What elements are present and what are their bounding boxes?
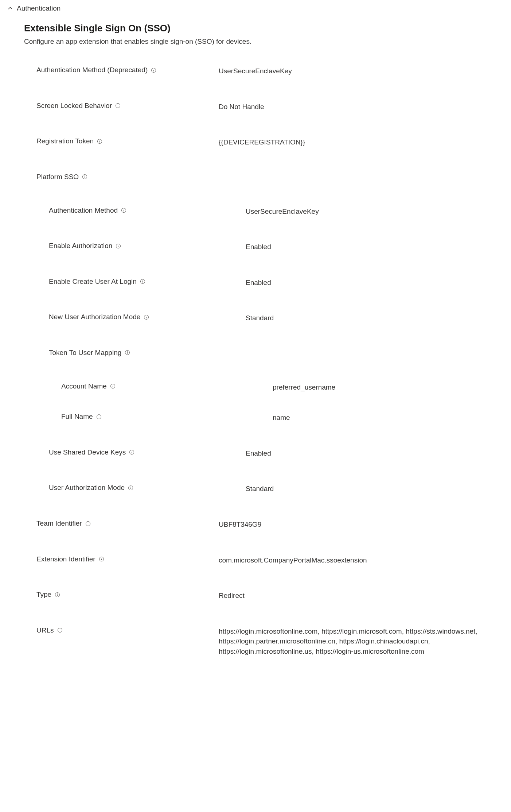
info-icon[interactable] <box>121 207 127 213</box>
field-team-identifier: Team Identifier UBF8T346G9 <box>36 519 504 530</box>
field-platform-auth-method: Authentication Method UserSecureEnclaveK… <box>49 206 504 217</box>
field-label: Extension Identifier <box>36 555 95 563</box>
field-value: Standard <box>246 484 504 494</box>
field-value: Standard <box>246 313 504 323</box>
field-label: Token To User Mapping <box>49 349 121 357</box>
svg-point-35 <box>132 451 132 451</box>
info-icon[interactable] <box>97 138 103 144</box>
field-label: Authentication Method <box>49 206 118 214</box>
field-new-user-authorization-mode: New User Authorization Mode Standard <box>49 313 504 323</box>
field-enable-create-user-at-login: Enable Create User At Login Enabled <box>49 278 504 288</box>
field-value: preferred_username <box>273 382 504 393</box>
info-icon[interactable] <box>96 414 102 420</box>
field-label: Screen Locked Behavior <box>36 102 112 110</box>
field-value: UserSecureEnclaveKey <box>219 66 503 76</box>
info-icon[interactable] <box>85 521 91 527</box>
section-content: Extensible Single Sign On (SSO) Configur… <box>7 23 504 656</box>
field-urls: URLs https://login.microsoftonline.com, … <box>36 626 504 657</box>
field-account-name: Account Name preferred_username <box>61 382 504 393</box>
info-icon[interactable] <box>54 592 61 598</box>
svg-point-47 <box>57 593 58 594</box>
field-label: User Authorization Mode <box>49 484 125 492</box>
field-value: Enabled <box>246 278 504 288</box>
field-enable-authorization: Enable Authorization Enabled <box>49 242 504 252</box>
svg-point-23 <box>146 316 147 316</box>
field-value: https://login.microsoftonline.com, https… <box>219 626 503 657</box>
field-label: Authentication Method (Deprecated) <box>36 66 148 74</box>
info-icon[interactable] <box>140 278 146 285</box>
svg-point-11 <box>85 175 85 176</box>
field-label: Enable Create User At Login <box>49 278 137 286</box>
info-icon[interactable] <box>151 67 157 73</box>
field-auth-method-deprecated: Authentication Method (Deprecated) UserS… <box>36 66 504 76</box>
field-value: Redirect <box>219 591 503 601</box>
svg-point-38 <box>130 487 131 487</box>
info-icon[interactable] <box>128 485 134 491</box>
field-use-shared-device-keys: Use Shared Device Keys Enabled <box>49 448 504 459</box>
subsection-token-to-user-mapping: Token To User Mapping <box>49 349 504 357</box>
field-label: Enable Authorization <box>49 242 112 250</box>
svg-point-44 <box>101 558 102 558</box>
field-label: Account Name <box>61 382 107 390</box>
field-user-authorization-mode: User Authorization Mode Standard <box>49 484 504 494</box>
field-value: name <box>273 413 504 423</box>
field-value: com.microsoft.CompanyPortalMac.ssoextens… <box>219 555 503 565</box>
field-value: {{DEVICEREGISTRATION}} <box>219 137 503 147</box>
info-icon[interactable] <box>57 627 63 633</box>
svg-point-8 <box>100 140 100 140</box>
svg-point-26 <box>127 351 128 352</box>
section-header-title: Authentication <box>17 4 61 12</box>
svg-point-20 <box>143 280 143 281</box>
field-screen-locked-behavior: Screen Locked Behavior Do Not Handle <box>36 102 504 112</box>
field-value: Do Not Handle <box>219 102 503 112</box>
info-icon[interactable] <box>98 556 105 562</box>
field-value: UserSecureEnclaveKey <box>246 206 504 217</box>
svg-point-41 <box>88 522 88 522</box>
field-value: Enabled <box>246 448 504 459</box>
info-icon[interactable] <box>143 314 149 320</box>
info-icon[interactable] <box>110 383 116 389</box>
info-icon[interactable] <box>115 243 121 249</box>
svg-point-32 <box>99 415 99 416</box>
field-label: Use Shared Device Keys <box>49 448 126 456</box>
svg-point-14 <box>124 209 124 209</box>
svg-point-17 <box>118 245 118 245</box>
field-value: Enabled <box>246 242 504 252</box>
field-label: Type <box>36 591 51 599</box>
field-label: Team Identifier <box>36 519 82 527</box>
svg-point-50 <box>59 629 60 629</box>
svg-point-5 <box>118 104 118 105</box>
field-full-name: Full Name name <box>61 413 504 423</box>
info-icon[interactable] <box>129 449 135 455</box>
info-icon[interactable] <box>115 103 121 109</box>
field-registration-token: Registration Token {{DEVICEREGISTRATION}… <box>36 137 504 147</box>
svg-point-2 <box>153 69 154 69</box>
field-label: Platform SSO <box>36 173 79 181</box>
field-label: URLs <box>36 626 54 634</box>
svg-point-29 <box>113 385 113 385</box>
field-label: New User Authorization Mode <box>49 313 140 321</box>
field-label: Full Name <box>61 413 93 421</box>
field-value: UBF8T346G9 <box>219 519 503 530</box>
page-title: Extensible Single Sign On (SSO) <box>24 23 504 34</box>
chevron-up-icon <box>7 5 13 11</box>
page-description: Configure an app extension that enables … <box>24 38 504 46</box>
info-icon[interactable] <box>82 174 88 180</box>
info-icon[interactable] <box>124 349 130 356</box>
field-extension-identifier: Extension Identifier com.microsoft.Compa… <box>36 555 504 565</box>
section-toggle-authentication[interactable]: Authentication <box>7 4 504 12</box>
field-type: Type Redirect <box>36 591 504 601</box>
field-label: Registration Token <box>36 137 94 145</box>
subsection-platform-sso: Platform SSO <box>36 173 504 181</box>
